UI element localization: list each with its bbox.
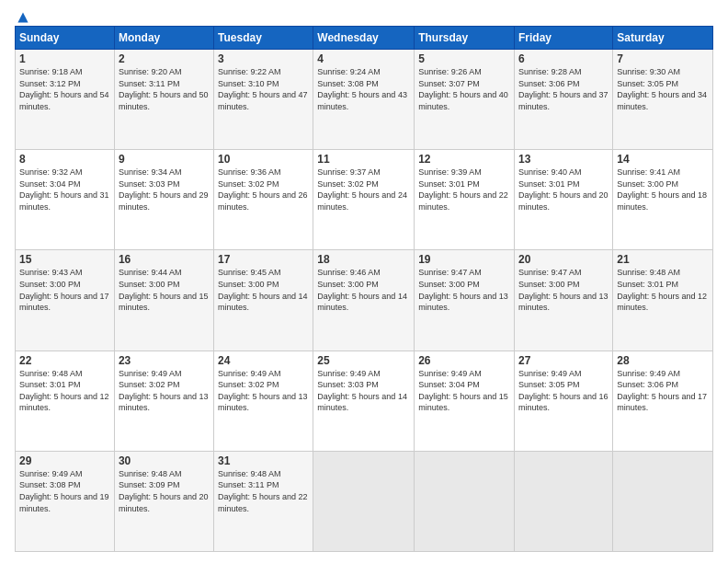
- calendar-cell: 12Sunrise: 9:39 AMSunset: 3:01 PMDayligh…: [415, 150, 515, 250]
- day-number: 18: [317, 253, 410, 266]
- calendar-cell: 11Sunrise: 9:37 AMSunset: 3:02 PMDayligh…: [313, 150, 415, 250]
- day-number: 5: [418, 52, 510, 65]
- calendar-cell: 23Sunrise: 9:49 AMSunset: 3:02 PMDayligh…: [114, 350, 213, 451]
- day-detail: Sunrise: 9:49 AMSunset: 3:05 PMDaylight:…: [518, 368, 609, 414]
- day-detail: Sunrise: 9:26 AMSunset: 3:07 PMDaylight:…: [418, 66, 510, 112]
- calendar-week-5: 29Sunrise: 9:49 AMSunset: 3:08 PMDayligh…: [16, 451, 713, 551]
- day-detail: Sunrise: 9:48 AMSunset: 3:09 PMDaylight:…: [119, 468, 210, 514]
- logo: [15, 11, 29, 20]
- calendar-cell: 19Sunrise: 9:47 AMSunset: 3:00 PMDayligh…: [415, 250, 515, 350]
- day-number: 28: [617, 354, 709, 367]
- day-detail: Sunrise: 9:46 AMSunset: 3:00 PMDaylight:…: [317, 267, 410, 313]
- day-number: 9: [119, 153, 210, 166]
- day-detail: Sunrise: 9:43 AMSunset: 3:00 PMDaylight:…: [19, 267, 110, 313]
- calendar-cell: 14Sunrise: 9:41 AMSunset: 3:00 PMDayligh…: [613, 150, 713, 250]
- day-detail: Sunrise: 9:45 AMSunset: 3:00 PMDaylight:…: [218, 267, 309, 313]
- calendar-cell: 15Sunrise: 9:43 AMSunset: 3:00 PMDayligh…: [16, 250, 115, 350]
- day-number: 16: [119, 253, 210, 266]
- calendar-cell: 13Sunrise: 9:40 AMSunset: 3:01 PMDayligh…: [515, 150, 613, 250]
- day-detail: Sunrise: 9:49 AMSunset: 3:08 PMDaylight:…: [19, 468, 110, 514]
- day-detail: Sunrise: 9:48 AMSunset: 3:01 PMDaylight:…: [617, 267, 709, 313]
- day-number: 24: [218, 354, 309, 367]
- calendar-week-4: 22Sunrise: 9:48 AMSunset: 3:01 PMDayligh…: [16, 350, 713, 451]
- calendar-table: SundayMondayTuesdayWednesdayThursdayFrid…: [15, 26, 713, 552]
- day-detail: Sunrise: 9:48 AMSunset: 3:11 PMDaylight:…: [218, 468, 309, 514]
- day-number: 22: [19, 354, 110, 367]
- day-detail: Sunrise: 9:20 AMSunset: 3:11 PMDaylight:…: [119, 66, 210, 112]
- day-number: 29: [19, 454, 110, 467]
- day-number: 4: [317, 52, 410, 65]
- calendar-header-row: SundayMondayTuesdayWednesdayThursdayFrid…: [16, 27, 713, 50]
- day-number: 14: [617, 153, 709, 166]
- day-number: 2: [119, 52, 210, 65]
- day-detail: Sunrise: 9:24 AMSunset: 3:08 PMDaylight:…: [317, 66, 410, 112]
- calendar-header-wednesday: Wednesday: [313, 27, 415, 50]
- calendar-cell: 2Sunrise: 9:20 AMSunset: 3:11 PMDaylight…: [114, 50, 213, 150]
- day-detail: Sunrise: 9:22 AMSunset: 3:10 PMDaylight:…: [218, 66, 309, 112]
- day-number: 6: [518, 52, 609, 65]
- calendar-cell: [415, 451, 515, 551]
- day-number: 11: [317, 153, 410, 166]
- day-number: 21: [617, 253, 709, 266]
- day-detail: Sunrise: 9:49 AMSunset: 3:04 PMDaylight:…: [418, 368, 510, 414]
- day-number: 10: [218, 153, 309, 166]
- day-detail: Sunrise: 9:32 AMSunset: 3:04 PMDaylight:…: [19, 167, 110, 213]
- calendar-cell: 6Sunrise: 9:28 AMSunset: 3:06 PMDaylight…: [515, 50, 613, 150]
- day-detail: Sunrise: 9:47 AMSunset: 3:00 PMDaylight:…: [518, 267, 609, 313]
- calendar-cell: 24Sunrise: 9:49 AMSunset: 3:02 PMDayligh…: [214, 350, 313, 451]
- day-detail: Sunrise: 9:47 AMSunset: 3:00 PMDaylight:…: [418, 267, 510, 313]
- calendar-header-tuesday: Tuesday: [214, 27, 313, 50]
- day-detail: Sunrise: 9:41 AMSunset: 3:00 PMDaylight:…: [617, 167, 709, 213]
- day-number: 12: [418, 153, 510, 166]
- calendar-header-saturday: Saturday: [613, 27, 713, 50]
- day-detail: Sunrise: 9:37 AMSunset: 3:02 PMDaylight:…: [317, 167, 410, 213]
- calendar-cell: 28Sunrise: 9:49 AMSunset: 3:06 PMDayligh…: [613, 350, 713, 451]
- calendar-cell: 1Sunrise: 9:18 AMSunset: 3:12 PMDaylight…: [16, 50, 115, 150]
- calendar-cell: [613, 451, 713, 551]
- calendar-cell: 8Sunrise: 9:32 AMSunset: 3:04 PMDaylight…: [16, 150, 115, 250]
- day-detail: Sunrise: 9:40 AMSunset: 3:01 PMDaylight:…: [518, 167, 609, 213]
- calendar-cell: [515, 451, 613, 551]
- calendar-cell: [313, 451, 415, 551]
- day-detail: Sunrise: 9:18 AMSunset: 3:12 PMDaylight:…: [19, 66, 110, 112]
- page: SundayMondayTuesdayWednesdayThursdayFrid…: [0, 0, 728, 563]
- day-detail: Sunrise: 9:48 AMSunset: 3:01 PMDaylight:…: [19, 368, 110, 414]
- calendar-cell: 4Sunrise: 9:24 AMSunset: 3:08 PMDaylight…: [313, 50, 415, 150]
- calendar-cell: 9Sunrise: 9:34 AMSunset: 3:03 PMDaylight…: [114, 150, 213, 250]
- logo-icon: [17, 11, 29, 24]
- calendar-cell: 29Sunrise: 9:49 AMSunset: 3:08 PMDayligh…: [16, 451, 115, 551]
- day-number: 3: [218, 52, 309, 65]
- calendar-header-monday: Monday: [114, 27, 213, 50]
- day-number: 7: [617, 52, 709, 65]
- calendar-cell: 22Sunrise: 9:48 AMSunset: 3:01 PMDayligh…: [16, 350, 115, 451]
- calendar-cell: 17Sunrise: 9:45 AMSunset: 3:00 PMDayligh…: [214, 250, 313, 350]
- day-number: 15: [19, 253, 110, 266]
- day-number: 25: [317, 354, 410, 367]
- calendar-cell: 27Sunrise: 9:49 AMSunset: 3:05 PMDayligh…: [515, 350, 613, 451]
- day-number: 1: [19, 52, 110, 65]
- logo-text: [15, 11, 29, 24]
- day-number: 20: [518, 253, 609, 266]
- calendar-cell: 3Sunrise: 9:22 AMSunset: 3:10 PMDaylight…: [214, 50, 313, 150]
- svg-marker-0: [17, 12, 28, 22]
- calendar-cell: 5Sunrise: 9:26 AMSunset: 3:07 PMDaylight…: [415, 50, 515, 150]
- calendar-week-1: 1Sunrise: 9:18 AMSunset: 3:12 PMDaylight…: [16, 50, 713, 150]
- day-detail: Sunrise: 9:34 AMSunset: 3:03 PMDaylight:…: [119, 167, 210, 213]
- calendar-cell: 16Sunrise: 9:44 AMSunset: 3:00 PMDayligh…: [114, 250, 213, 350]
- day-detail: Sunrise: 9:36 AMSunset: 3:02 PMDaylight:…: [218, 167, 309, 213]
- day-number: 27: [518, 354, 609, 367]
- day-detail: Sunrise: 9:49 AMSunset: 3:06 PMDaylight:…: [617, 368, 709, 414]
- day-number: 19: [418, 253, 510, 266]
- calendar-header-friday: Friday: [515, 27, 613, 50]
- day-detail: Sunrise: 9:49 AMSunset: 3:02 PMDaylight:…: [218, 368, 309, 414]
- calendar-week-3: 15Sunrise: 9:43 AMSunset: 3:00 PMDayligh…: [16, 250, 713, 350]
- day-detail: Sunrise: 9:49 AMSunset: 3:02 PMDaylight:…: [119, 368, 210, 414]
- day-detail: Sunrise: 9:44 AMSunset: 3:00 PMDaylight:…: [119, 267, 210, 313]
- calendar-cell: 25Sunrise: 9:49 AMSunset: 3:03 PMDayligh…: [313, 350, 415, 451]
- calendar-cell: 31Sunrise: 9:48 AMSunset: 3:11 PMDayligh…: [214, 451, 313, 551]
- day-number: 13: [518, 153, 609, 166]
- day-number: 17: [218, 253, 309, 266]
- calendar-cell: 7Sunrise: 9:30 AMSunset: 3:05 PMDaylight…: [613, 50, 713, 150]
- calendar-header-sunday: Sunday: [16, 27, 115, 50]
- calendar-week-2: 8Sunrise: 9:32 AMSunset: 3:04 PMDaylight…: [16, 150, 713, 250]
